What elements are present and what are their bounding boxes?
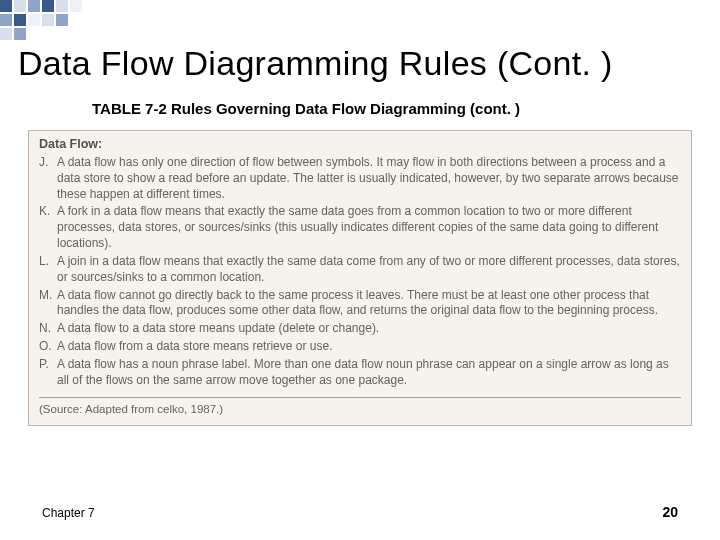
source-citation: (Source: Adapted from celko, 1987.) (39, 397, 681, 415)
rule-row: M. A data flow cannot go directly back t… (39, 288, 681, 320)
rules-table: Data Flow: J. A data flow has only one d… (28, 130, 692, 426)
rule-text: A fork in a data flow means that exactly… (57, 204, 681, 251)
rule-row: P. A data flow has a noun phrase label. … (39, 357, 681, 389)
rule-letter: M. (39, 288, 57, 320)
rule-text: A data flow to a data store means update… (57, 321, 681, 337)
rule-row: O. A data flow from a data store means r… (39, 339, 681, 355)
rule-text: A data flow has a noun phrase label. Mor… (57, 357, 681, 389)
rule-text: A data flow has only one direction of fl… (57, 155, 681, 202)
rule-text: A data flow from a data store means retr… (57, 339, 681, 355)
slide-title: Data Flow Diagramming Rules (Cont. ) (18, 44, 613, 83)
rule-row: L. A join in a data flow means that exac… (39, 254, 681, 286)
table-caption: TABLE 7-2 Rules Governing Data Flow Diag… (92, 100, 520, 117)
rule-letter: L. (39, 254, 57, 286)
rule-row: J. A data flow has only one direction of… (39, 155, 681, 202)
footer-chapter: Chapter 7 (42, 506, 95, 520)
corner-decoration (0, 0, 82, 42)
rule-letter: K. (39, 204, 57, 251)
rule-letter: O. (39, 339, 57, 355)
rule-row: N. A data flow to a data store means upd… (39, 321, 681, 337)
footer-page-number: 20 (662, 504, 678, 520)
rule-letter: J. (39, 155, 57, 202)
rule-text: A join in a data flow means that exactly… (57, 254, 681, 286)
rule-text: A data flow cannot go directly back to t… (57, 288, 681, 320)
section-heading: Data Flow: (39, 137, 681, 151)
rule-letter: N. (39, 321, 57, 337)
rule-letter: P. (39, 357, 57, 389)
rule-row: K. A fork in a data flow means that exac… (39, 204, 681, 251)
